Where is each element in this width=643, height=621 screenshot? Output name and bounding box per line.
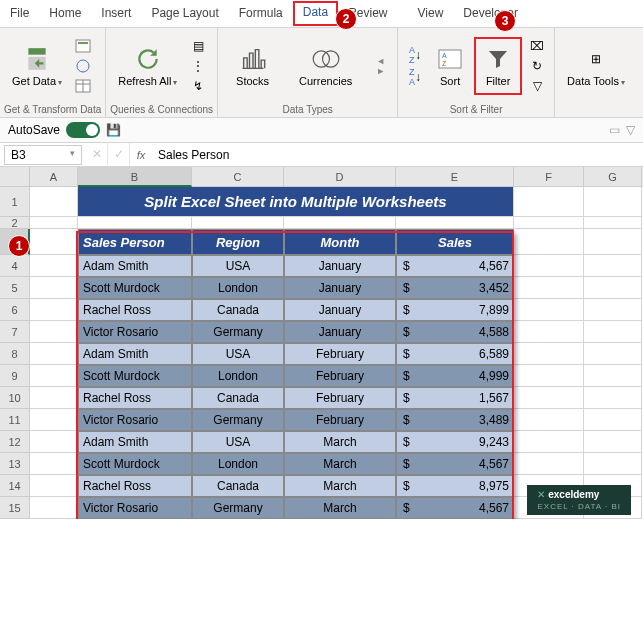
get-data-button[interactable]: Get Data▾ [6, 41, 68, 92]
cell-sales[interactable]: $4,567 [396, 255, 514, 277]
cell-region[interactable]: USA [192, 255, 284, 277]
cell-sales[interactable]: $1,567 [396, 387, 514, 409]
row-header[interactable]: 5 [0, 277, 30, 299]
cell-month[interactable]: February [284, 365, 396, 387]
cell-region[interactable]: Germany [192, 497, 284, 519]
cell-person[interactable]: Rachel Ross [78, 387, 192, 409]
row-header[interactable]: 14 [0, 475, 30, 497]
queries-icon[interactable]: ▤ [187, 37, 209, 55]
cell-sales[interactable]: $4,999 [396, 365, 514, 387]
cell-G1[interactable] [584, 187, 642, 217]
row-header-2[interactable]: 2 [0, 217, 30, 229]
fx-button[interactable]: fx [130, 149, 152, 161]
qa-icon-2[interactable]: ▽ [626, 123, 635, 137]
col-header-C[interactable]: C [192, 167, 284, 187]
cell-month[interactable]: March [284, 431, 396, 453]
cell-region[interactable]: London [192, 365, 284, 387]
cell-sales[interactable]: $8,975 [396, 475, 514, 497]
formula-input[interactable]: Sales Person [152, 146, 643, 164]
tab-page-layout[interactable]: Page Layout [141, 0, 228, 27]
reapply-icon[interactable]: ↻ [526, 57, 548, 75]
cell-sales[interactable]: $9,243 [396, 431, 514, 453]
cell-region[interactable]: London [192, 453, 284, 475]
col-header-D[interactable]: D [284, 167, 396, 187]
cell-sales[interactable]: $4,567 [396, 497, 514, 519]
tab-file[interactable]: File [0, 0, 39, 27]
cell-month[interactable]: March [284, 453, 396, 475]
tab-home[interactable]: Home [39, 0, 91, 27]
cell-person[interactable]: Scott Murdock [78, 277, 192, 299]
cell-person[interactable]: Victor Rosario [78, 409, 192, 431]
row-header[interactable]: 7 [0, 321, 30, 343]
sort-za-button[interactable]: ZA↓ [404, 68, 426, 86]
cell-region[interactable]: USA [192, 431, 284, 453]
row-header[interactable]: 9 [0, 365, 30, 387]
row-header-1[interactable]: 1 [0, 187, 30, 217]
advanced-icon[interactable]: ▽ [526, 77, 548, 95]
col-header-B[interactable]: B [78, 167, 192, 187]
cell-F1[interactable] [514, 187, 584, 217]
cell-sales[interactable]: $4,567 [396, 453, 514, 475]
col-header-G[interactable]: G [584, 167, 642, 187]
cell-month[interactable]: January [284, 321, 396, 343]
cell-person[interactable]: Scott Murdock [78, 453, 192, 475]
cell-person[interactable]: Rachel Ross [78, 299, 192, 321]
cell-region[interactable]: Germany [192, 409, 284, 431]
from-table-icon[interactable] [72, 77, 94, 95]
cancel-formula-button[interactable]: ✕ [86, 143, 108, 166]
cell-person[interactable]: Scott Murdock [78, 365, 192, 387]
cell-person[interactable]: Adam Smith [78, 255, 192, 277]
row-header[interactable]: 6 [0, 299, 30, 321]
cell-month[interactable]: February [284, 409, 396, 431]
clear-filter-icon[interactable]: ⌧ [526, 37, 548, 55]
cell-sales[interactable]: $3,452 [396, 277, 514, 299]
row-header[interactable]: 15 [0, 497, 30, 519]
row-header[interactable]: 8 [0, 343, 30, 365]
name-box[interactable]: B3▾ [4, 145, 82, 165]
cell-sales[interactable]: $4,588 [396, 321, 514, 343]
cell-month[interactable]: February [284, 387, 396, 409]
data-tools-button[interactable]: ⊞ Data Tools▾ [561, 41, 631, 92]
cell-sales[interactable]: $3,489 [396, 409, 514, 431]
cell-region[interactable]: London [192, 277, 284, 299]
qa-icon-1[interactable]: ▭ [609, 123, 620, 137]
tab-view[interactable]: View [398, 0, 454, 27]
from-web-icon[interactable] [72, 57, 94, 75]
filter-button[interactable]: Filter [478, 41, 518, 91]
title-cell[interactable]: Split Excel Sheet into Multiple Workshee… [78, 187, 514, 217]
cell-region[interactable]: Canada [192, 299, 284, 321]
col-header-A[interactable]: A [30, 167, 78, 187]
cell-month[interactable]: March [284, 497, 396, 519]
cell-region[interactable]: Canada [192, 475, 284, 497]
cell-person[interactable]: Adam Smith [78, 343, 192, 365]
row-header[interactable]: 4 [0, 255, 30, 277]
sort-az-button[interactable]: AZ↓ [404, 46, 426, 64]
from-text-icon[interactable] [72, 37, 94, 55]
stocks-button[interactable]: Stocks [230, 41, 275, 91]
header-month[interactable]: Month [284, 229, 396, 255]
header-sales[interactable]: Sales [396, 229, 514, 255]
cell-month[interactable]: January [284, 299, 396, 321]
col-header-E[interactable]: E [396, 167, 514, 187]
tab-developer[interactable]: Developer [453, 0, 528, 27]
refresh-all-button[interactable]: Refresh All▾ [112, 41, 183, 92]
properties-icon[interactable]: ⋮ [187, 57, 209, 75]
header-person[interactable]: Sales Person [78, 229, 192, 255]
cell-person[interactable]: Adam Smith [78, 431, 192, 453]
row-header[interactable]: 13 [0, 453, 30, 475]
tab-formulas[interactable]: Formula [229, 0, 293, 27]
cell-month[interactable]: January [284, 277, 396, 299]
cell-person[interactable]: Victor Rosario [78, 497, 192, 519]
cell-month[interactable]: March [284, 475, 396, 497]
autosave-toggle[interactable] [66, 122, 100, 138]
sort-button[interactable]: AZ Sort [430, 41, 470, 91]
col-header-F[interactable]: F [514, 167, 584, 187]
cell-month[interactable]: February [284, 343, 396, 365]
cell-region[interactable]: USA [192, 343, 284, 365]
cell-sales[interactable]: $7,899 [396, 299, 514, 321]
cell-A1[interactable] [30, 187, 78, 217]
row-header[interactable]: 12 [0, 431, 30, 453]
tab-data[interactable]: Data [293, 1, 338, 26]
select-all-corner[interactable] [0, 167, 30, 187]
cell-person[interactable]: Rachel Ross [78, 475, 192, 497]
